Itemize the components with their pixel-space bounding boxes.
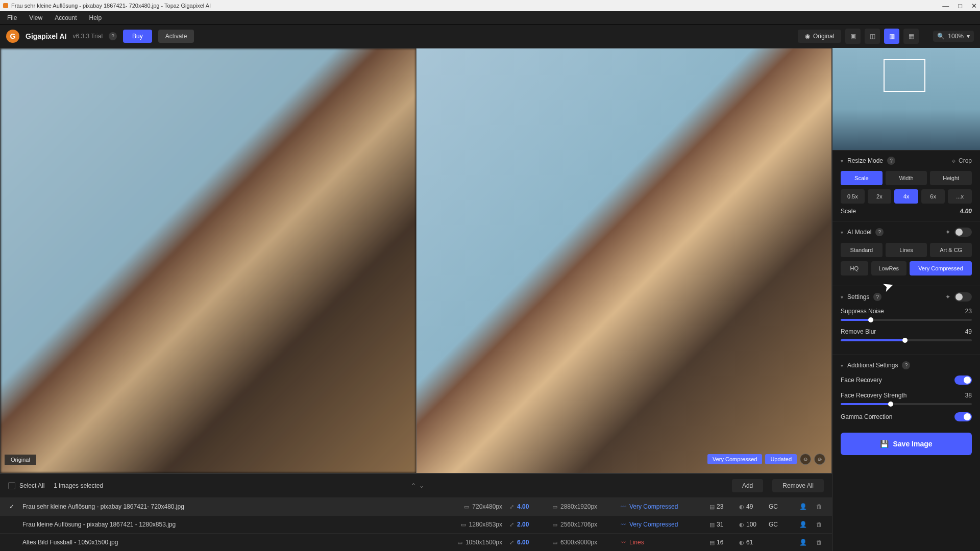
zoom-value: 100% <box>948 33 964 40</box>
face-preview-2[interactable]: ☺ <box>814 454 825 465</box>
view-single-button[interactable]: ▣ <box>845 29 861 44</box>
add-button[interactable]: Add <box>732 479 763 492</box>
scale-icon: ⤢ <box>509 504 514 510</box>
mode-height-button[interactable]: Height <box>930 171 972 185</box>
help-icon[interactable]: ? <box>902 361 910 369</box>
file-name: Frau sehr kleine Auflösung - pixabay 186… <box>22 503 308 510</box>
model-lines[interactable]: Lines <box>886 243 927 257</box>
mode-width-button[interactable]: Width <box>886 171 927 185</box>
model-hq[interactable]: HQ <box>841 261 868 276</box>
gc-badge: GC <box>769 503 778 510</box>
remove-blur-slider[interactable] <box>841 339 972 341</box>
window-title: Frau sehr kleine Auflösung - pixabay 186… <box>11 3 211 9</box>
crop-button[interactable]: ⟐ Crop <box>952 157 972 164</box>
noise-val: 16 <box>717 539 723 546</box>
settings-label: Settings <box>847 293 869 300</box>
model-standard[interactable]: Standard <box>841 243 883 257</box>
blur-icon: ◐ <box>739 521 744 528</box>
dimensions-icon: ▭ <box>457 539 462 546</box>
face-icon: 👤 <box>798 503 807 510</box>
help-icon[interactable]: ? <box>109 32 117 40</box>
buy-button[interactable]: Buy <box>123 30 152 43</box>
model-lowres[interactable]: LowRes <box>871 261 906 276</box>
suppress-noise-slider[interactable] <box>841 319 972 321</box>
face-strength-slider[interactable] <box>841 403 972 405</box>
blur-val: 100 <box>746 521 756 528</box>
file-row[interactable]: Frau kleine Auflösung - pixabay 1867421 … <box>0 515 832 533</box>
model-wave-icon: 〰 <box>621 504 626 510</box>
gamma-toggle[interactable] <box>954 412 972 421</box>
minimize-icon[interactable]: — <box>942 2 949 10</box>
original-toggle-button[interactable]: ◉ Original <box>798 30 841 43</box>
scale-value: 4.00 <box>960 208 972 215</box>
model-art-cg[interactable]: Art & CG <box>930 243 972 257</box>
output-icon: ▭ <box>552 504 557 510</box>
noise-icon: ▤ <box>709 539 715 546</box>
select-all-label: Select All <box>19 482 44 489</box>
preset-4x[interactable]: 4x <box>894 189 918 204</box>
chevron-down-icon: ▾ <box>967 33 970 40</box>
remove-all-button[interactable]: Remove All <box>772 479 824 492</box>
activate-button[interactable]: Activate <box>158 30 194 43</box>
help-icon[interactable]: ? <box>887 157 895 165</box>
model-very-compressed[interactable]: Very Compressed <box>910 261 972 276</box>
preset-0.5x[interactable]: 0.5x <box>841 189 865 204</box>
delete-icon[interactable]: 🗑 <box>815 521 824 528</box>
crop-label: Crop <box>959 157 972 164</box>
app-logo: G <box>6 30 19 43</box>
menu-file[interactable]: File <box>7 14 17 21</box>
preset-6x[interactable]: 6x <box>921 189 945 204</box>
menu-account[interactable]: Account <box>55 14 77 21</box>
ai-model-label: AI Model <box>847 229 871 236</box>
chevron-down-icon[interactable]: ▾ <box>841 158 843 164</box>
delete-icon[interactable]: 🗑 <box>815 503 824 510</box>
help-icon[interactable]: ? <box>873 293 881 301</box>
zoom-control[interactable]: 🔍 100% ▾ <box>933 31 974 42</box>
help-icon[interactable]: ? <box>875 228 884 236</box>
save-image-button[interactable]: 💾 Save Image <box>841 433 972 455</box>
row-checkbox[interactable]: ✓ <box>8 503 15 510</box>
menu-help[interactable]: Help <box>89 14 102 21</box>
scale-label: Scale <box>841 208 856 215</box>
compare-left[interactable]: Original <box>1 48 416 473</box>
chevron-down-icon[interactable]: ▾ <box>841 294 843 300</box>
face-preview-1[interactable]: ☺ <box>800 454 811 465</box>
preset-2x[interactable]: 2x <box>868 189 892 204</box>
source-dim: 1280x853px <box>469 521 502 528</box>
chevron-up-icon: ⌃ <box>411 482 416 489</box>
queue-collapse-toggle[interactable]: ⌃ ⌄ <box>112 482 723 489</box>
navigator-viewport-box[interactable] <box>884 59 925 92</box>
compare-right[interactable]: Very Compressed Updated ☺ ☺ <box>416 48 832 473</box>
magnifier-icon: 🔍 <box>937 33 945 40</box>
maximize-icon[interactable]: □ <box>958 2 962 10</box>
navigator-thumbnail[interactable] <box>832 48 980 150</box>
close-icon[interactable]: ✕ <box>971 2 977 10</box>
gamma-label: Gamma Correction <box>841 413 892 420</box>
row-checkbox[interactable] <box>8 521 15 528</box>
auto-icon: ✦ <box>945 293 950 300</box>
original-overlay-label: Original <box>5 455 36 465</box>
menu-view[interactable]: View <box>29 14 42 21</box>
face-recovery-label: Face Recovery <box>841 377 882 384</box>
noise-val: 31 <box>717 521 723 528</box>
chevron-down-icon[interactable]: ▾ <box>841 230 843 235</box>
view-grid-button[interactable]: ▦ <box>903 29 919 44</box>
compare-view[interactable]: Original Very Compressed Updated ☺ ☺ <box>0 48 832 473</box>
file-queue: Select All 1 images selected ⌃ ⌄ Add Rem… <box>0 473 832 551</box>
view-side-by-side-button[interactable]: ▥ <box>884 29 899 44</box>
model-badge: Very Compressed <box>707 454 762 464</box>
delete-icon[interactable]: 🗑 <box>815 539 824 546</box>
file-row[interactable]: ✓ Frau sehr kleine Auflösung - pixabay 1… <box>0 497 832 515</box>
face-recovery-toggle[interactable] <box>954 375 972 385</box>
ai-model-auto-toggle[interactable] <box>954 228 972 237</box>
row-checkbox[interactable] <box>8 539 15 546</box>
view-split-vert-button[interactable]: ◫ <box>865 29 880 44</box>
model-name: Lines <box>629 539 644 546</box>
file-row[interactable]: Altes Bild Fussball - 1050x1500.jpg ▭105… <box>0 533 832 551</box>
select-all-checkbox[interactable]: Select All <box>8 482 44 489</box>
settings-auto-toggle[interactable] <box>954 292 972 302</box>
preset-custom[interactable]: ...x <box>948 189 972 204</box>
chevron-down-icon[interactable]: ▾ <box>841 363 843 368</box>
mode-scale-button[interactable]: Scale <box>841 171 883 185</box>
dimensions-icon: ▭ <box>464 504 469 510</box>
